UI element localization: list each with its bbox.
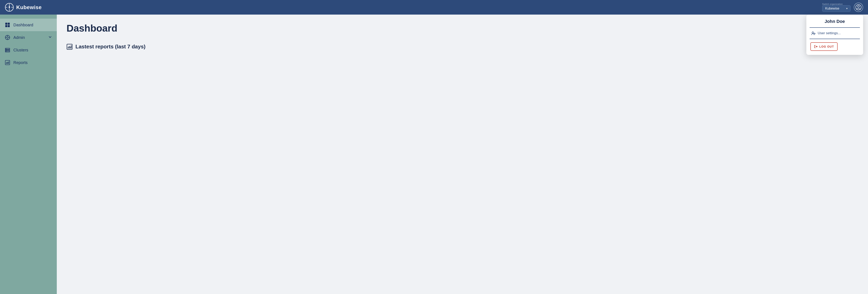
svg-rect-19 (5, 25, 7, 27)
logout-label: LOG OUT (819, 45, 834, 48)
svg-point-9 (858, 6, 860, 7)
nav-right: Switch organization Kubewise ▾ John Doe (822, 3, 863, 12)
sidebar-item-admin-label: Admin (13, 35, 25, 40)
user-avatar-button[interactable] (854, 3, 863, 12)
logout-icon (814, 45, 818, 48)
user-dropdown: John Doe User settings... (806, 15, 863, 55)
svg-marker-7 (9, 7, 10, 10)
logout-button[interactable]: LOG OUT (810, 42, 838, 51)
user-circle-icon (856, 4, 862, 10)
svg-marker-6 (9, 4, 10, 7)
svg-point-22 (7, 37, 8, 38)
org-switcher-select[interactable]: Kubewise ▾ (822, 5, 850, 12)
org-switcher: Switch organization Kubewise ▾ (822, 3, 850, 12)
sidebar-item-reports-label: Reports (13, 60, 28, 65)
reports-icon (5, 60, 10, 65)
sidebar: Dashboard Admin (0, 14, 57, 294)
brand-logo-icon (5, 3, 14, 12)
sidebar-item-clusters-label: Clusters (13, 48, 28, 52)
section-reports-icon (66, 44, 72, 50)
svg-point-10 (812, 32, 814, 33)
sidebar-item-admin[interactable]: Admin (0, 31, 57, 44)
section-header: Lastest reports (last 7 days) (66, 43, 858, 50)
brand: Kubewise (5, 3, 41, 12)
svg-point-32 (6, 51, 6, 51)
clusters-icon (5, 47, 10, 53)
main-layout: Dashboard Admin (0, 14, 868, 294)
org-switcher-value: Kubewise (825, 7, 839, 10)
svg-point-11 (814, 33, 815, 34)
svg-rect-33 (5, 60, 10, 65)
sidebar-item-dashboard-label: Dashboard (13, 23, 33, 27)
page-title: Dashboard (66, 23, 858, 34)
top-nav: Kubewise Switch organization Kubewise ▾ … (0, 0, 868, 14)
section-title: Lastest reports (last 7 days) (75, 43, 146, 50)
sidebar-item-dashboard[interactable]: Dashboard (0, 19, 57, 31)
svg-rect-17 (5, 23, 7, 25)
dropdown-divider-2 (810, 39, 860, 39)
svg-point-31 (6, 50, 6, 50)
user-settings-item[interactable]: User settings... (806, 28, 863, 39)
user-settings-icon (811, 31, 816, 35)
svg-point-30 (6, 48, 6, 49)
chevron-down-icon: ▾ (846, 7, 847, 10)
user-name: John Doe (806, 15, 863, 27)
sidebar-item-clusters[interactable]: Clusters (0, 44, 57, 56)
svg-rect-20 (8, 25, 10, 27)
admin-chevron-icon (48, 35, 52, 40)
admin-icon (5, 35, 10, 40)
user-settings-label: User settings... (818, 31, 841, 35)
brand-name: Kubewise (16, 4, 41, 10)
org-switcher-label: Switch organization (822, 3, 843, 5)
svg-rect-18 (8, 23, 10, 25)
sidebar-item-reports[interactable]: Reports (0, 56, 57, 69)
dashboard-icon (5, 22, 10, 28)
content-area: Dashboard Lastest reports (last 7 days) (57, 14, 868, 294)
